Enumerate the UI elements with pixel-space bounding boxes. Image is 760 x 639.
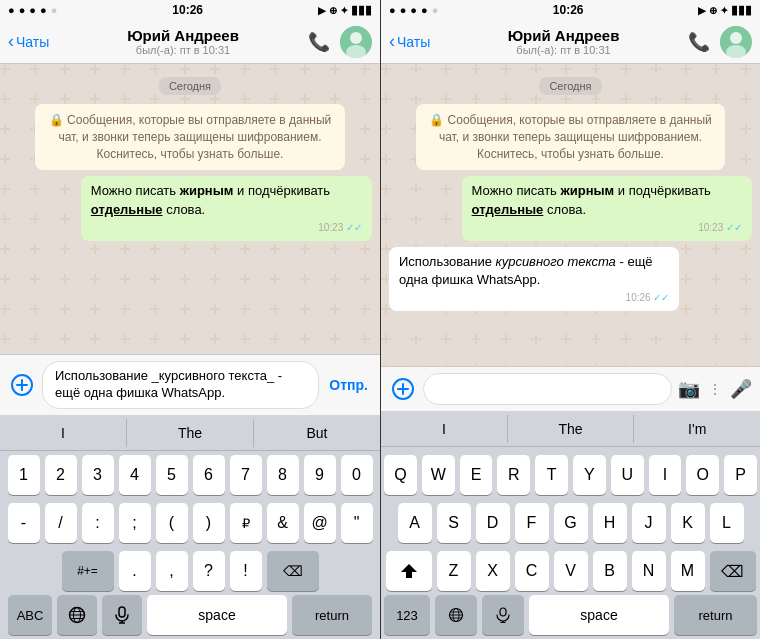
suggestion-2-right[interactable]: The (508, 415, 635, 443)
mic-icon-right[interactable]: 🎤 (730, 378, 752, 400)
phone-icon-right[interactable]: 📞 (688, 31, 710, 53)
bt-icon-right: ✦ (720, 5, 728, 16)
key-at-left[interactable]: @ (304, 503, 336, 543)
qkey-Z[interactable]: Z (437, 551, 471, 591)
key-globe-right[interactable] (435, 595, 477, 635)
key-amp-left[interactable]: & (267, 503, 299, 543)
key-comma-left[interactable]: , (156, 551, 188, 591)
key-ruble-left[interactable]: ₽ (230, 503, 262, 543)
key-mic-right[interactable] (482, 595, 524, 635)
keyboard-left: I The But 1 2 3 4 5 6 7 8 9 0 - / : (0, 415, 380, 639)
system-text-right: 🔒 Сообщения, которые вы отправляете в да… (429, 113, 712, 161)
qkey-X[interactable]: X (476, 551, 510, 591)
key-slash-left[interactable]: / (45, 503, 77, 543)
qkey-K[interactable]: K (671, 503, 705, 543)
qkey-G[interactable]: G (554, 503, 588, 543)
suggestion-3-left[interactable]: But (254, 419, 380, 447)
key-row-2-left: - / : ; ( ) ₽ & @ " (3, 503, 377, 543)
key-9-left[interactable]: 9 (304, 455, 336, 495)
qkey-N[interactable]: N (632, 551, 666, 591)
dots-icon-right[interactable]: ⋮ (708, 381, 722, 397)
key-period-left[interactable]: . (119, 551, 151, 591)
suggestion-2-left[interactable]: The (127, 419, 254, 447)
shift-key-right[interactable] (386, 551, 432, 591)
qkey-Q[interactable]: Q (384, 455, 417, 495)
qkey-W[interactable]: W (422, 455, 455, 495)
key-1-left[interactable]: 1 (8, 455, 40, 495)
key-colon-left[interactable]: : (82, 503, 114, 543)
qkey-B[interactable]: B (593, 551, 627, 591)
qkey-R[interactable]: R (497, 455, 530, 495)
qkey-I[interactable]: I (649, 455, 682, 495)
suggestion-1-left[interactable]: I (0, 419, 127, 447)
qkey-M[interactable]: M (671, 551, 705, 591)
back-button-right[interactable]: ‹ Чаты (389, 31, 439, 52)
key-space-left[interactable]: space (147, 595, 287, 635)
key-space-right[interactable]: space (529, 595, 669, 635)
message-input-left[interactable]: Использование _курсивного текста_ - ещё … (42, 361, 319, 409)
qkey-V[interactable]: V (554, 551, 588, 591)
qkey-P[interactable]: P (724, 455, 757, 495)
date-badge-left: Сегодня (8, 76, 372, 94)
qkey-T[interactable]: T (535, 455, 568, 495)
qkey-J[interactable]: J (632, 503, 666, 543)
upload-button-right[interactable] (389, 375, 417, 403)
battery-icon-right: ▮▮▮ (731, 3, 752, 17)
key-2-left[interactable]: 2 (45, 455, 77, 495)
key-4-left[interactable]: 4 (119, 455, 151, 495)
qkey-O[interactable]: O (686, 455, 719, 495)
back-label-right[interactable]: Чаты (397, 34, 430, 50)
key-6-left[interactable]: 6 (193, 455, 225, 495)
camera-icon-right[interactable]: 📷 (678, 378, 700, 400)
key-quote-left[interactable]: " (341, 503, 373, 543)
suggestion-1-right[interactable]: I (381, 415, 508, 443)
key-return-right[interactable]: return (674, 595, 757, 635)
key-7-left[interactable]: 7 (230, 455, 262, 495)
key-5-left[interactable]: 5 (156, 455, 188, 495)
back-button-left[interactable]: ‹ Чаты (8, 31, 58, 52)
key-minus-left[interactable]: - (8, 503, 40, 543)
upload-button-left[interactable] (8, 371, 36, 399)
status-time-right: 10:26 (553, 3, 584, 17)
key-question-left[interactable]: ? (193, 551, 225, 591)
svg-point-1 (350, 32, 362, 44)
key-semi-left[interactable]: ; (119, 503, 151, 543)
qkey-A[interactable]: A (398, 503, 432, 543)
qkey-S[interactable]: S (437, 503, 471, 543)
delete-key-right[interactable]: ⌫ (710, 551, 756, 591)
key-row-3-left: #+= . , ? ! ⌫ (3, 551, 377, 591)
key-0-left[interactable]: 0 (341, 455, 373, 495)
send-button-left[interactable]: Отпр. (325, 377, 372, 393)
contact-name-right: Юрий Андреев (439, 27, 688, 44)
key-123-right[interactable]: 123 (384, 595, 430, 635)
key-globe-left[interactable] (57, 595, 97, 635)
key-abc-left[interactable]: ABC (8, 595, 52, 635)
key-return-left[interactable]: return (292, 595, 372, 635)
key-hashplus-left[interactable]: #+= (62, 551, 114, 591)
dot1r: ● (389, 4, 396, 16)
chevron-left-icon-right: ‹ (389, 31, 395, 52)
back-label-left[interactable]: Чаты (16, 34, 49, 50)
qkey-U[interactable]: U (611, 455, 644, 495)
qkey-D[interactable]: D (476, 503, 510, 543)
dot3: ● (29, 4, 36, 16)
qkey-L[interactable]: L (710, 503, 744, 543)
key-3-left[interactable]: 3 (82, 455, 114, 495)
qkey-Y[interactable]: Y (573, 455, 606, 495)
delete-key-left[interactable]: ⌫ (267, 551, 319, 591)
key-8-left[interactable]: 8 (267, 455, 299, 495)
battery-icon-left: ▮▮▮ (351, 3, 372, 17)
qkey-C[interactable]: C (515, 551, 549, 591)
key-rparen-left[interactable]: ) (193, 503, 225, 543)
qkey-H[interactable]: H (593, 503, 627, 543)
qkey-F[interactable]: F (515, 503, 549, 543)
suggestion-3-right[interactable]: I'm (634, 415, 760, 443)
avatar-right[interactable] (720, 26, 752, 58)
message-input-right[interactable] (423, 373, 672, 405)
key-lparen-left[interactable]: ( (156, 503, 188, 543)
avatar-left[interactable] (340, 26, 372, 58)
key-excl-left[interactable]: ! (230, 551, 262, 591)
phone-icon-left[interactable]: 📞 (308, 31, 330, 53)
qkey-E[interactable]: E (460, 455, 493, 495)
key-mic-left[interactable] (102, 595, 142, 635)
